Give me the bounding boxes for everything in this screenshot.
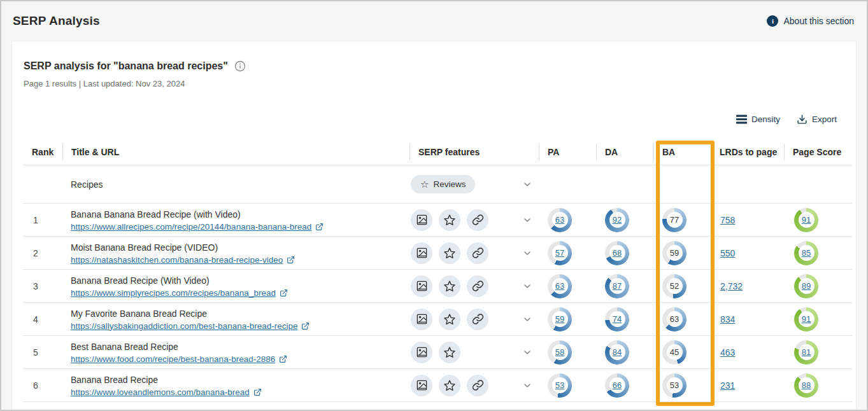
lrds-link[interactable]: 550 (720, 248, 735, 258)
pa-donut: 63 (548, 274, 572, 298)
da-donut: 66 (605, 373, 629, 398)
pa-donut-value[interactable]: 57 (555, 248, 564, 258)
pa-donut-value[interactable]: 58 (555, 347, 564, 357)
chevron-down-icon[interactable] (522, 179, 532, 190)
star-rating-icon (439, 309, 460, 330)
image-pack-icon (411, 309, 432, 330)
ba-donut-value: 52 (670, 281, 679, 291)
export-label: Export (812, 115, 837, 124)
page-score-cell: 85 (784, 241, 852, 265)
da-cell: 68 (596, 241, 653, 265)
col-header-da: DA (596, 147, 653, 157)
result-url-link[interactable]: https://natashaskitchen.com/banana-bread… (71, 255, 283, 265)
star-rating-icon (439, 375, 460, 396)
da-cell: 74 (596, 307, 653, 331)
lrds-cell: 2,732 (711, 281, 784, 291)
result-title: Moist Banana Bread Recipe (VIDEO) (71, 241, 409, 254)
lrds-link[interactable]: 834 (720, 314, 735, 324)
pa-cell: 58 (539, 340, 596, 365)
chevron-down-icon[interactable] (522, 314, 532, 324)
page-score-donut-value[interactable]: 89 (802, 281, 811, 291)
table-row: 3 Banana Bread Recipe (With Video) https… (23, 270, 852, 303)
page-title: SERP Analysis (13, 14, 100, 28)
lrds-link[interactable]: 463 (720, 347, 735, 358)
da-donut-value[interactable]: 87 (613, 281, 622, 291)
result-url-link[interactable]: https://sallysbakingaddiction.com/best-b… (71, 321, 297, 331)
pa-donut-value[interactable]: 63 (555, 215, 564, 225)
star-rating-icon (439, 342, 460, 363)
da-donut-value[interactable]: 84 (613, 347, 622, 357)
external-link-icon (315, 223, 324, 231)
table-row: 6 Banana Bread Recipe https://www.lovean… (23, 369, 852, 402)
external-link-icon (287, 256, 295, 264)
density-label: Density (751, 115, 780, 124)
result-title: My Favorite Banana Bread Recipe (71, 307, 409, 320)
lrds-cell: 758 (711, 215, 784, 225)
chevron-down-icon[interactable] (522, 215, 532, 225)
page-score-donut-value[interactable]: 81 (802, 347, 811, 357)
rank-value: 2 (23, 248, 62, 258)
result-url-link[interactable]: https://www.food.com/recipe/best-banana-… (71, 354, 275, 364)
serp-analysis-screen: SERP Analysis i About this section SERP … (0, 0, 868, 411)
page-score-donut: 81 (794, 340, 818, 365)
result-url-link[interactable]: https://www.simplyrecipes.com/recipes/ba… (71, 288, 276, 298)
image-pack-icon (411, 342, 432, 363)
density-button[interactable]: Density (736, 114, 780, 125)
page-score-donut: 91 (794, 307, 818, 331)
table-body: 1 Banana Banana Bread Recipe (with Video… (23, 204, 852, 402)
export-button[interactable]: Export (797, 114, 837, 125)
table-row: 1 Banana Banana Bread Recipe (with Video… (23, 204, 852, 237)
lrds-cell: 550 (711, 248, 784, 258)
result-url-link[interactable]: https://www.allrecipes.com/recipe/20144/… (71, 222, 311, 232)
image-pack-icon (411, 275, 432, 297)
about-label: About this section (783, 16, 854, 26)
col-header-pa: PA (539, 147, 596, 157)
page-score-donut-value[interactable]: 91 (802, 314, 811, 324)
da-donut: 84 (605, 340, 629, 365)
pa-cell: 63 (539, 274, 596, 298)
lrds-link[interactable]: 758 (720, 215, 735, 225)
chevron-down-icon[interactable] (522, 380, 532, 391)
page-score-donut-value[interactable]: 88 (802, 380, 811, 390)
lrds-cell: 463 (711, 347, 784, 358)
pa-donut-value[interactable]: 63 (555, 281, 564, 291)
ba-donut-value: 77 (670, 215, 679, 225)
image-pack-icon (411, 242, 432, 264)
export-download-icon (797, 114, 808, 125)
result-url-link[interactable]: https://www.loveandlemons.com/banana-bre… (71, 387, 250, 397)
da-donut-value[interactable]: 68 (613, 248, 622, 258)
da-donut-value[interactable]: 66 (613, 380, 622, 390)
da-donut: 74 (605, 307, 629, 331)
table-header-row: Rank Title & URL SERP features PA DA BA … (23, 139, 852, 165)
ba-donut: 59 (662, 241, 687, 265)
pa-donut: 53 (548, 373, 572, 398)
pa-donut-value[interactable]: 53 (555, 380, 564, 390)
page-score-donut: 85 (794, 241, 818, 265)
lrds-link[interactable]: 2,732 (720, 281, 743, 291)
da-cell: 87 (596, 274, 653, 298)
info-outline-icon[interactable] (234, 60, 246, 72)
info-filled-icon: i (767, 15, 778, 27)
lrds-link[interactable]: 231 (720, 380, 735, 391)
page-score-donut-value[interactable]: 85 (802, 248, 811, 258)
ba-donut: 45 (662, 340, 687, 365)
da-donut-value[interactable]: 92 (613, 215, 622, 225)
chevron-down-icon[interactable] (522, 347, 532, 358)
ba-cell: 45 (653, 340, 711, 365)
card-subtitle: Page 1 results | Last updated: Nov 23, 2… (24, 79, 844, 88)
table-row: 4 My Favorite Banana Bread Recipe https:… (23, 303, 852, 336)
about-this-section-button[interactable]: i About this section (767, 15, 854, 27)
page-score-cell: 89 (784, 274, 852, 298)
da-donut-value[interactable]: 74 (613, 314, 622, 324)
ba-cell: 53 (653, 373, 711, 398)
group-label: Recipes (62, 179, 409, 190)
da-donut: 68 (605, 241, 629, 265)
chevron-down-icon[interactable] (522, 248, 532, 258)
page-score-donut-value[interactable]: 91 (802, 215, 811, 225)
pa-donut-value[interactable]: 59 (555, 314, 564, 324)
ba-cell: 63 (653, 307, 711, 331)
ba-donut-value: 63 (670, 314, 679, 324)
external-link-icon (253, 388, 262, 396)
chevron-down-icon[interactable] (522, 281, 532, 291)
serp-features-cell (409, 342, 539, 363)
